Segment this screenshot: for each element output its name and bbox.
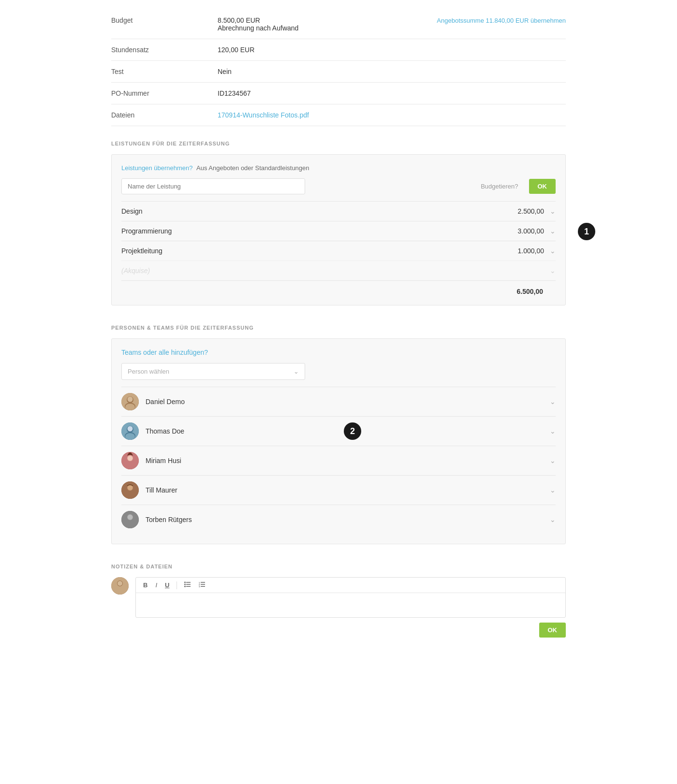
- service-row-programmierung: Programmierung 1 3.000,00 ⌄: [121, 221, 556, 241]
- test-value: Nein: [218, 61, 362, 83]
- svg-rect-28: [186, 586, 191, 587]
- select-chevron-icon: ⌄: [294, 368, 299, 375]
- test-label: Test: [111, 61, 218, 83]
- service-amount-design: 2.500,00: [500, 207, 544, 215]
- avatar-svg-editor: [111, 577, 129, 595]
- person-select-row: Person wählen ⌄: [121, 363, 556, 380]
- person-row-daniel: Daniel Demo ⌄: [121, 387, 556, 416]
- chevron-down-icon[interactable]: ⌄: [550, 516, 556, 523]
- person-row-miriam: Miriam Husi ⌄: [121, 446, 556, 475]
- service-name-programmierung: Programmierung: [121, 227, 500, 235]
- leistungen-uebernehmen-link[interactable]: Leistungen übernehmen?: [121, 164, 192, 172]
- avatar-miriam: [121, 452, 139, 469]
- teams-link-row: Teams oder alle hinzufügen?: [121, 348, 556, 356]
- ordered-list-button[interactable]: 1. 2. 3.: [196, 581, 208, 590]
- editor-wrapper: B I U: [111, 577, 566, 638]
- stundensatz-value: 120,00 EUR: [218, 39, 362, 61]
- chevron-down-icon[interactable]: ⌄: [550, 207, 556, 215]
- italic-button[interactable]: I: [153, 581, 160, 590]
- svg-point-12: [128, 456, 132, 461]
- service-total-amount: 6.500,00: [517, 288, 544, 295]
- service-amount-programmierung: 3.000,00: [500, 227, 544, 235]
- person-row-torben: Torben Rütgers ⌄: [121, 505, 556, 534]
- avatar-svg-miriam: [121, 452, 139, 469]
- avatar-torben: [121, 511, 139, 528]
- stundensatz-label: Stundensatz: [111, 39, 218, 61]
- person-select[interactable]: Person wählen ⌄: [121, 363, 305, 380]
- chevron-down-icon[interactable]: ⌄: [550, 398, 556, 406]
- editor-toolbar: B I U: [136, 578, 565, 593]
- svg-point-8: [128, 426, 133, 432]
- personen-section: PERSONEN & TEAMS FÜR DIE ZEITERFASSUNG T…: [111, 325, 566, 544]
- budget-label: Budget: [111, 10, 218, 39]
- personen-title: PERSONEN & TEAMS FÜR DIE ZEITERFASSUNG: [111, 325, 566, 331]
- person-name-till: Till Maurer: [146, 486, 550, 494]
- person-name-torben: Torben Rütgers: [146, 516, 550, 523]
- leistungen-section: LEISTUNGEN FÜR DIE ZEITERFASSUNG Leistun…: [111, 141, 566, 305]
- page-container: Budget 8.500,00 EUR Abrechnung nach Aufw…: [97, 0, 580, 667]
- svg-point-20: [128, 515, 132, 520]
- leistungen-ok-button[interactable]: OK: [529, 179, 556, 194]
- service-input-row: Budgetieren? OK: [121, 178, 556, 194]
- person-row-thomas: Thomas Doe 2 ⌄: [121, 416, 556, 446]
- chevron-down-icon[interactable]: ⌄: [550, 267, 556, 275]
- editor-content[interactable]: [136, 593, 565, 617]
- svg-rect-26: [186, 582, 191, 583]
- dateien-row: Dateien 170914-Wunschliste Fotos.pdf: [111, 104, 566, 126]
- notizen-ok-button[interactable]: OK: [539, 623, 566, 638]
- svg-point-24: [118, 581, 122, 586]
- service-row-design: Design 2.500,00 ⌄: [121, 201, 556, 221]
- po-nummer-value: ID1234567: [218, 83, 362, 104]
- svg-rect-33: [201, 584, 205, 585]
- svg-point-4: [125, 404, 135, 410]
- chevron-down-icon[interactable]: ⌄: [550, 247, 556, 255]
- editor-area: B I U: [135, 577, 566, 638]
- leistungen-card: Leistungen übernehmen? Aus Angeboten ode…: [111, 154, 566, 305]
- svg-point-16: [128, 485, 132, 490]
- svg-point-30: [184, 584, 186, 585]
- file-link[interactable]: 170914-Wunschliste Fotos.pdf: [218, 111, 309, 119]
- svg-point-3: [128, 397, 133, 402]
- angebotssumme-link[interactable]: Angebotssumme 11.840,00 EUR übernehmen: [437, 17, 566, 24]
- svg-point-9: [125, 433, 135, 440]
- avatar-svg-till: [121, 481, 139, 499]
- service-total-row: 6.500,00: [121, 280, 556, 295]
- service-name-input[interactable]: [121, 178, 305, 194]
- chevron-down-icon[interactable]: ⌄: [550, 457, 556, 465]
- po-nummer-row: PO-Nummer ID1234567: [111, 83, 566, 104]
- bold-button[interactable]: B: [141, 581, 150, 590]
- notizen-section: NOTIZEN & DATEIEN B I U: [111, 564, 566, 638]
- notizen-title: NOTIZEN & DATEIEN: [111, 564, 566, 569]
- chevron-down-icon[interactable]: ⌄: [550, 486, 556, 494]
- stundensatz-row: Stundensatz 120,00 EUR: [111, 39, 566, 61]
- personen-card: Teams oder alle hinzufügen? Person wähle…: [111, 338, 566, 544]
- teams-link[interactable]: Teams oder alle hinzufügen?: [121, 348, 208, 356]
- step-badge-2: 2: [344, 422, 361, 440]
- svg-point-31: [184, 586, 186, 587]
- service-name-projektleitung: Projektleitung: [121, 247, 500, 255]
- editor-ok-row: OK: [135, 623, 566, 638]
- unordered-list-button[interactable]: [182, 581, 193, 590]
- person-name-daniel: Daniel Demo: [146, 398, 550, 406]
- step-badge-1: 1: [578, 223, 595, 240]
- dateien-label: Dateien: [111, 104, 218, 126]
- service-row-akquise: (Akquise) ⌄: [121, 261, 556, 280]
- list-ol-icon: 1. 2. 3.: [199, 581, 206, 587]
- avatar-svg-daniel: [121, 393, 139, 410]
- avatar-thomas: [121, 422, 139, 440]
- chevron-down-icon[interactable]: ⌄: [550, 227, 556, 235]
- avatar-till: [121, 481, 139, 499]
- editor-box: B I U: [135, 577, 566, 618]
- avatar-daniel: [121, 393, 139, 410]
- budget-col-label: Budgetieren?: [481, 183, 518, 190]
- chevron-down-icon[interactable]: ⌄: [550, 427, 556, 435]
- svg-point-21: [125, 521, 135, 528]
- svg-rect-27: [186, 584, 191, 585]
- budget-row: Budget 8.500,00 EUR Abrechnung nach Aufw…: [111, 10, 566, 39]
- underline-button[interactable]: U: [162, 581, 172, 590]
- editor-avatar: [111, 577, 129, 595]
- avatar-svg-torben: [121, 511, 139, 528]
- service-name-akquise: (Akquise): [121, 267, 500, 275]
- avatar-svg-thomas: [121, 422, 139, 440]
- person-name-miriam: Miriam Husi: [146, 457, 550, 465]
